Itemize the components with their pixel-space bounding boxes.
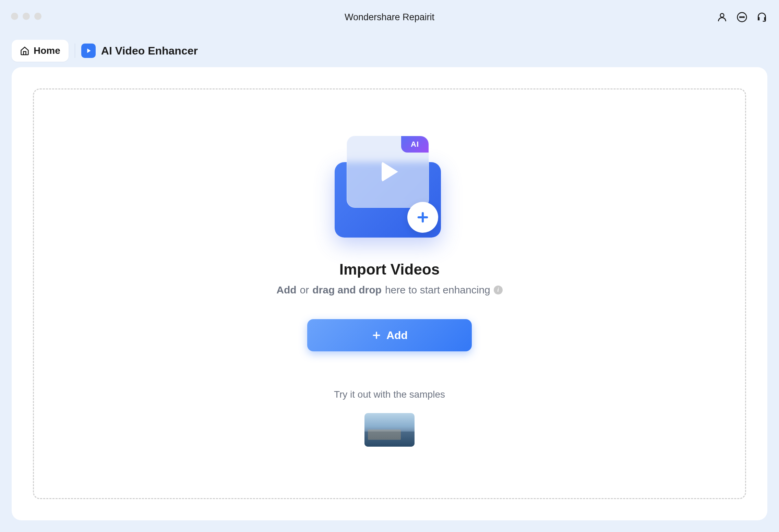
import-subtitle: Add or drag and drop here to start enhan…	[276, 284, 503, 296]
headset-icon	[756, 12, 767, 23]
sample-video-thumbnail[interactable]	[364, 413, 415, 447]
home-label: Home	[34, 45, 60, 56]
video-card-front-icon: AI	[347, 136, 429, 208]
add-button[interactable]: Add	[307, 319, 472, 351]
traffic-lights	[11, 13, 41, 20]
plus-circle-icon	[407, 202, 438, 233]
samples-label: Try it out with the samples	[334, 389, 445, 400]
minimize-window-button[interactable]	[23, 13, 30, 20]
svg-point-2	[740, 17, 741, 18]
titlebar: Wondershare Repairit	[0, 0, 779, 34]
plus-icon	[371, 330, 382, 340]
breadcrumb-current: AI Video Enhancer	[81, 44, 198, 58]
info-icon[interactable]: i	[494, 286, 503, 294]
subtitle-drag: drag and drop	[312, 284, 382, 296]
user-icon	[717, 12, 728, 23]
svg-point-0	[720, 13, 724, 17]
video-enhancer-icon	[81, 44, 96, 58]
maximize-window-button[interactable]	[34, 13, 41, 20]
chat-button[interactable]	[736, 11, 748, 23]
play-icon	[382, 161, 398, 182]
svg-point-3	[742, 17, 743, 18]
ai-badge: AI	[401, 136, 429, 153]
support-button[interactable]	[756, 11, 768, 23]
subtitle-add: Add	[276, 284, 296, 296]
import-hero-graphic: AI	[335, 131, 444, 240]
app-window: Wondershare Repairit	[0, 0, 779, 532]
home-button[interactable]: Home	[12, 40, 69, 62]
drop-zone[interactable]: AI Import Videos Add or drag and drop he…	[33, 88, 746, 499]
chat-icon	[736, 12, 747, 23]
subtitle-rest: here to start enhancing	[385, 284, 490, 296]
subtitle-or: or	[300, 284, 309, 296]
page-title: AI Video Enhancer	[101, 45, 198, 57]
user-account-button[interactable]	[716, 11, 728, 23]
home-icon	[20, 46, 29, 56]
main-panel: AI Import Videos Add or drag and drop he…	[12, 67, 767, 520]
svg-point-4	[743, 17, 744, 18]
close-window-button[interactable]	[11, 13, 18, 20]
add-button-label: Add	[386, 329, 408, 342]
breadcrumb-divider	[75, 44, 75, 58]
breadcrumb-bar: Home AI Video Enhancer	[0, 34, 779, 67]
titlebar-actions	[716, 11, 768, 23]
import-title: Import Videos	[339, 261, 440, 278]
app-title: Wondershare Repairit	[345, 12, 434, 23]
